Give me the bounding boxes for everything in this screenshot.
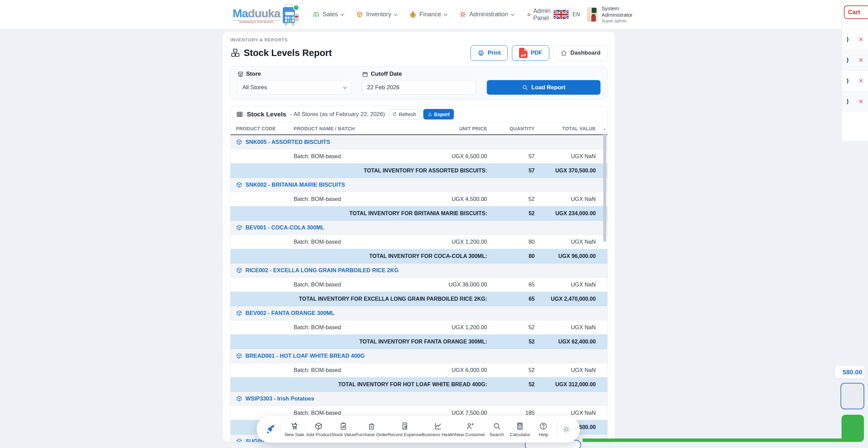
toolbar-calculator[interactable]: Calculator (509, 422, 532, 437)
nav-inventory[interactable]: Inventory (356, 11, 396, 18)
toolbar-business-health[interactable]: Business Health (422, 422, 455, 437)
cart-input-fragment[interactable] (841, 383, 864, 409)
scroll-up-arrow[interactable]: ▲ (603, 127, 606, 131)
store-icon (237, 71, 244, 77)
uk-flag-icon[interactable] (554, 10, 569, 19)
chevron-down-icon (444, 12, 447, 16)
calendar-icon (362, 71, 368, 77)
breadcrumb: INVENTORY & REPORTS (230, 37, 608, 42)
pos-terminal-icon: ✓ (282, 4, 299, 25)
product-name-row[interactable]: RICE002 - EXCELLA LONG GRAIN PARBOILED R… (230, 263, 607, 278)
toolbar-new-sale[interactable]: New Sale (283, 422, 306, 437)
batch-row: Batch: BOM-based UGX 1,200.00 80 UGX NaN (230, 235, 607, 249)
total-quantity-cell: 52 (487, 381, 535, 388)
unit-price-cell: UGX 1,200.00 (406, 239, 487, 245)
product-name-row[interactable]: BEV001 - COCA-COLA 300ML (230, 221, 607, 235)
toolbar-new-customer[interactable]: New Customer (455, 422, 485, 437)
cart-item-row: ) × (842, 29, 868, 50)
nav-sales[interactable]: Sales (313, 11, 343, 18)
package-icon (236, 224, 242, 231)
remove-item-icon[interactable]: × (858, 97, 863, 106)
load-report-button[interactable]: Load Report (487, 80, 601, 95)
calculator-icon (516, 422, 524, 430)
product-link[interactable]: SNK002 - BRITANIA MARIE BISCUITS (236, 182, 406, 188)
col-product-code: PRODUCT CODE (236, 126, 294, 131)
total-quantity-cell: 65 (487, 296, 535, 302)
rocket-button[interactable] (263, 424, 278, 434)
batch-row: Batch: BOM-based UGX 4,500.00 52 UGX NaN (230, 192, 607, 206)
quick-actions-toolbar: New Sale Add Product Stock Value Purchas… (257, 416, 580, 443)
cutoff-date-label: Cutoff Date (362, 71, 476, 77)
product-link[interactable]: WSIP3303 - Irish Potatoes (236, 395, 406, 402)
remove-item-icon[interactable]: × (858, 56, 863, 64)
total-label: TOTAL INVENTORY FOR BRITANIA MARIE BISCU… (236, 210, 487, 217)
question-icon (539, 422, 548, 430)
store-select[interactable]: All Stores (237, 80, 351, 95)
nav-administration[interactable]: Administration (459, 11, 513, 18)
total-quantity-cell: 80 (487, 253, 535, 259)
product-name-row[interactable]: SNK002 - BRITANIA MARIE BISCUITS (230, 178, 607, 192)
logo-text-secondary: duuka (248, 7, 280, 20)
product-link[interactable]: BREAD001 - HOT LOAF WHITE BREAD 400G (236, 353, 406, 359)
product-link[interactable]: BEV002 - FANTA ORANGE 300ML (236, 310, 406, 316)
receipt-dollar-icon (401, 422, 409, 430)
package-icon (236, 182, 242, 188)
cart-button[interactable]: Cart (844, 5, 868, 19)
print-button[interactable]: Print (470, 45, 508, 61)
value-cell: UGX NaN (535, 324, 596, 331)
user-role: Super admin (602, 18, 637, 24)
value-cell: UGX NaN (535, 410, 596, 416)
toolbar-divider (280, 422, 281, 437)
total-quantity-cell: 57 (487, 168, 535, 174)
cart-item-row: ) × (842, 50, 868, 71)
chevron-down-icon (511, 12, 514, 16)
toolbar-stock-value[interactable]: Stock Value (331, 422, 355, 437)
cutoff-date-input[interactable] (362, 80, 476, 95)
sales-chart-icon (313, 11, 320, 18)
toolbar-purchase-order[interactable]: Purchase Order (355, 422, 388, 437)
home-icon (560, 50, 567, 56)
top-navigation-bar: Maduuka Bookkeeping for Small Business ✓… (0, 0, 868, 29)
boxes-icon (230, 48, 240, 58)
quantity-cell: 80 (487, 239, 535, 245)
refresh-button[interactable]: Refresh (388, 109, 420, 119)
toolbar-help[interactable]: Help (532, 422, 555, 437)
toolbar-settings[interactable] (559, 425, 573, 433)
batch-label: Batch: BOM-based (294, 324, 406, 331)
product-link[interactable]: BEV001 - COCA-COLA 300ML (236, 224, 406, 231)
table-scrollbar[interactable] (603, 133, 606, 242)
col-unit-price: UNIT PRICE (406, 126, 487, 131)
user-avatar[interactable] (587, 7, 597, 22)
product-name-row[interactable]: SNK005 - ASSORTED BISCUITS (230, 135, 607, 149)
cart-confirm-button-fragment[interactable] (842, 415, 864, 442)
product-name-row[interactable]: BREAD001 - HOT LOAF WHITE BREAD 400G (230, 349, 607, 363)
line-chart-icon (434, 422, 442, 430)
main-nav: Sales Inventory $ Finance Administration… (313, 7, 553, 22)
toolbar-search[interactable]: Search (485, 422, 509, 437)
pdf-button[interactable]: pdf PDF (512, 45, 549, 61)
stock-levels-card: Stock Levels - All Stores (as of Februar… (230, 106, 608, 442)
unit-price-cell: UGX 4,500.00 (406, 196, 487, 202)
logo-tagline: Bookkeeping for Small Business (233, 20, 280, 23)
product-link[interactable]: RICE002 - EXCELLA LONG GRAIN PARBOILED R… (236, 267, 406, 274)
product-name-row[interactable]: BEV002 - FANTA ORANGE 300ML (230, 306, 607, 320)
batch-label: Batch: BOM-based (294, 410, 406, 416)
quantity-cell: 52 (487, 367, 535, 373)
product-link[interactable]: SNK005 - ASSORTED BISCUITS (236, 139, 406, 145)
app-logo[interactable]: Maduuka Bookkeeping for Small Business ✓ (233, 4, 299, 25)
export-button[interactable]: Export (423, 109, 454, 119)
toolbar-add-product[interactable]: Add Product (306, 422, 331, 437)
language-code[interactable]: EN (573, 12, 580, 18)
nav-finance[interactable]: $ Finance (409, 11, 446, 18)
user-menu[interactable]: System Administrator Super admin (602, 5, 637, 24)
remove-item-icon[interactable]: × (858, 77, 863, 85)
bottom-green-button-fragment[interactable] (583, 438, 851, 442)
remove-item-icon[interactable]: × (858, 35, 863, 43)
value-cell: UGX NaN (535, 367, 596, 373)
dashboard-button[interactable]: Dashboard (553, 45, 608, 61)
gear-icon (562, 425, 570, 433)
product-name-row[interactable]: WSIP3303 - Irish Potatoes (230, 392, 607, 406)
toolbar-record-expense[interactable]: Record Expense (388, 422, 422, 437)
nav-admin-panel[interactable]: Admin Panel (527, 7, 554, 22)
total-label: TOTAL INVENTORY FOR EXCELLA LONG GRAIN P… (236, 296, 487, 302)
